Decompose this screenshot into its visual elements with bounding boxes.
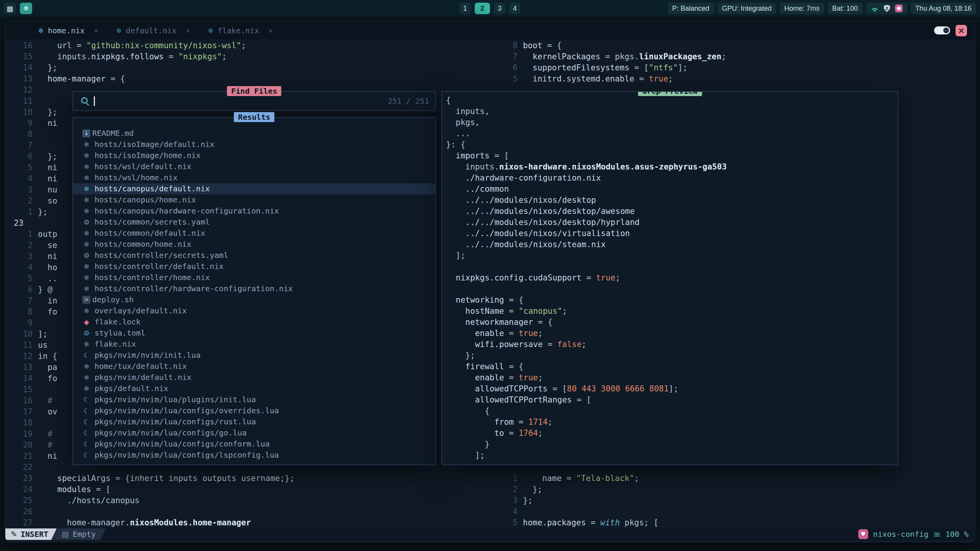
- result-item[interactable]: ☾pkgs/nvim/nvim/lua/configs/conform.lua: [73, 439, 435, 450]
- line-number: 26: [5, 506, 38, 517]
- result-item[interactable]: ☾pkgs/nvim/nvim/lua/configs/rust.lua: [73, 416, 435, 427]
- line-number: 12: [5, 85, 38, 96]
- code-line: to = 1764;: [446, 428, 898, 439]
- window-controls: ×: [934, 25, 975, 36]
- window-toggle[interactable]: [934, 26, 950, 34]
- result-item[interactable]: ☾pkgs/nvim/nvim/lua/configs/lspconfig.lu…: [73, 450, 435, 461]
- result-filename: hosts/wsl/default.nix: [95, 161, 191, 172]
- line-number: 8: [490, 40, 523, 51]
- code-line: 2 };: [490, 484, 975, 495]
- result-item[interactable]: ☾pkgs/nvim/nvim/lua/configs/overrides.lu…: [73, 405, 435, 416]
- result-item[interactable]: ⚙hosts/controller/secrets.yaml: [73, 250, 435, 261]
- code-line: 27 home-manager.nixosModules.home-manage…: [5, 517, 490, 528]
- nix-file-icon: ❄: [82, 205, 91, 217]
- code-line: 25 ./hosts/canopus: [5, 495, 490, 506]
- window-close-button[interactable]: ×: [956, 25, 967, 36]
- result-item[interactable]: ❄hosts/common/default.nix: [73, 228, 435, 239]
- code-line: 13 home-manager = {: [5, 73, 490, 85]
- power-profile-module[interactable]: P: Balanced: [668, 3, 714, 14]
- line-number: 1: [490, 473, 523, 484]
- result-filename: pkgs/nvim/nvim/lua/configs/lspconfig.lua: [95, 450, 279, 461]
- snowflake-icon: ❄: [23, 4, 29, 13]
- right-editor-pane-top[interactable]: 8boot = {7 kernelPackages = pkgs.linuxPa…: [490, 40, 975, 85]
- result-item[interactable]: ⚙stylua.toml: [73, 328, 435, 339]
- mode-indicator: ✎ INSERT: [5, 528, 57, 540]
- battery-module[interactable]: Bat: 100: [828, 3, 862, 14]
- result-filename: flake.nix: [95, 339, 136, 350]
- result-item[interactable]: ❄pkgs/nvim/default.nix: [73, 372, 435, 383]
- code-line: 16 url = "github:nix-community/nixos-wsl…: [5, 40, 490, 51]
- code-line: imports = [: [446, 150, 898, 161]
- result-filename: pkgs/nvim/nvim/init.lua: [95, 350, 201, 361]
- workspace-button-1[interactable]: 1: [459, 3, 471, 14]
- repo-icon: ♥: [858, 529, 868, 539]
- result-filename: pkgs/nvim/nvim/lua/configs/rust.lua: [95, 416, 256, 427]
- result-item[interactable]: ☾pkgs/nvim/nvim/lua/plugins/init.lua: [73, 394, 435, 405]
- code-line: ../../modules/nixos/desktop: [446, 195, 898, 206]
- result-item[interactable]: ❄hosts/canopus/hardware-configuration.ni…: [73, 205, 435, 217]
- result-filename: pkgs/nvim/default.nix: [95, 372, 191, 383]
- workspace-button-3[interactable]: 3: [494, 3, 505, 14]
- system-bar: ▦ ❄ 1234 P: Balanced GPU: Integrated Hom…: [0, 0, 980, 17]
- code-line: inputs,: [446, 106, 898, 117]
- result-item[interactable]: ❄hosts/controller/home.nix: [73, 272, 435, 283]
- tab-label: home.nix: [48, 26, 85, 35]
- wifi-icon: [871, 5, 879, 12]
- code-line: 7 kernelPackages = pkgs.linuxPackages_ze…: [490, 51, 975, 62]
- nix-file-icon: ❄: [82, 194, 91, 205]
- tab-flake.nix[interactable]: ❄flake.nix×: [199, 26, 282, 35]
- line-number: 27: [5, 517, 38, 528]
- line-number: 21: [5, 451, 38, 462]
- result-item[interactable]: ◆flake.lock: [73, 316, 435, 328]
- tab-close-icon[interactable]: ×: [94, 26, 98, 35]
- result-item[interactable]: ❄hosts/controller/hardware-configuration…: [73, 283, 435, 294]
- tab-default.nix[interactable]: ❄default.nix×: [107, 26, 199, 35]
- system-tray[interactable]: 0: [866, 3, 907, 14]
- result-item[interactable]: ☾pkgs/nvim/nvim/init.lua: [73, 350, 435, 361]
- result-item[interactable]: ❄hosts/canopus/home.nix: [73, 194, 435, 205]
- result-item[interactable]: ↓README.md: [73, 128, 435, 139]
- nix-file-icon: ❄: [82, 172, 91, 183]
- result-filename: hosts/canopus/default.nix: [95, 183, 210, 194]
- result-item[interactable]: ❄hosts/isoImage/default.nix: [73, 139, 435, 150]
- line-number: 25: [5, 495, 38, 506]
- result-item[interactable]: ☾pkgs/nvim/nvim/lua/configs/go.lua: [73, 427, 435, 439]
- tab-close-icon[interactable]: ×: [186, 26, 190, 35]
- ping-module[interactable]: Home: 7ms: [780, 3, 824, 14]
- search-icon: [81, 97, 89, 105]
- code-line: nixpkgs.config.cudaSupport = true;: [446, 272, 898, 284]
- nix-file-icon: ❄: [82, 228, 91, 239]
- result-item[interactable]: ❄hosts/common/home.nix: [73, 239, 435, 250]
- right-editor-pane-bottom[interactable]: 1 name = "Tela-black";2 };3};45home.pack…: [490, 473, 975, 528]
- tab-home.nix[interactable]: ❄home.nix×: [29, 26, 107, 35]
- result-item[interactable]: ❄flake.nix: [73, 339, 435, 350]
- line-number: 5: [490, 73, 523, 85]
- lines-icon: ≡: [933, 530, 940, 539]
- nixos-logo-icon[interactable]: ❄: [20, 3, 32, 14]
- result-item[interactable]: ❄hosts/controller/default.nix: [73, 261, 435, 272]
- line-number: 11: [5, 96, 38, 107]
- result-filename: pkgs/nvim/nvim/lua/configs/go.lua: [95, 427, 247, 439]
- result-item[interactable]: ❄home/tux/default.nix: [73, 361, 435, 372]
- code-line: ../../modules/nixos/virtualisation: [446, 228, 898, 239]
- gpu-module[interactable]: GPU: Integrated: [717, 3, 776, 14]
- workspace-button-4[interactable]: 4: [509, 3, 521, 14]
- result-item[interactable]: ❄hosts/wsl/home.nix: [73, 172, 435, 183]
- workspace-button-2[interactable]: 2: [475, 3, 490, 14]
- result-item[interactable]: ❄overlays/default.nix: [73, 305, 435, 316]
- code-line: pkgs,: [446, 117, 898, 128]
- code-line: ../../modules/nixos/desktop/awesome: [446, 206, 898, 217]
- clock[interactable]: Thu Aug 08, 18:16: [911, 3, 976, 14]
- lua-file-icon: ☾: [82, 427, 91, 439]
- result-item[interactable]: ❄hosts/wsl/default.nix: [73, 161, 435, 172]
- result-item[interactable]: ❄pkgs/default.nix: [73, 383, 435, 394]
- tab-label: default.nix: [126, 26, 176, 35]
- app-launcher-icon[interactable]: ▦: [4, 3, 16, 14]
- result-item[interactable]: >deploy.sh: [73, 294, 435, 305]
- yaml-file-icon: ⚙: [82, 250, 91, 261]
- tab-close-icon[interactable]: ×: [268, 26, 273, 35]
- result-item[interactable]: ❄hosts/canopus/default.nix: [73, 183, 435, 194]
- result-item[interactable]: ⚙hosts/common/secrets.yaml: [73, 217, 435, 228]
- telescope-prompt[interactable]: Find Files 251 / 251: [72, 91, 436, 111]
- result-item[interactable]: ❄hosts/isoImage/home.nix: [73, 150, 435, 161]
